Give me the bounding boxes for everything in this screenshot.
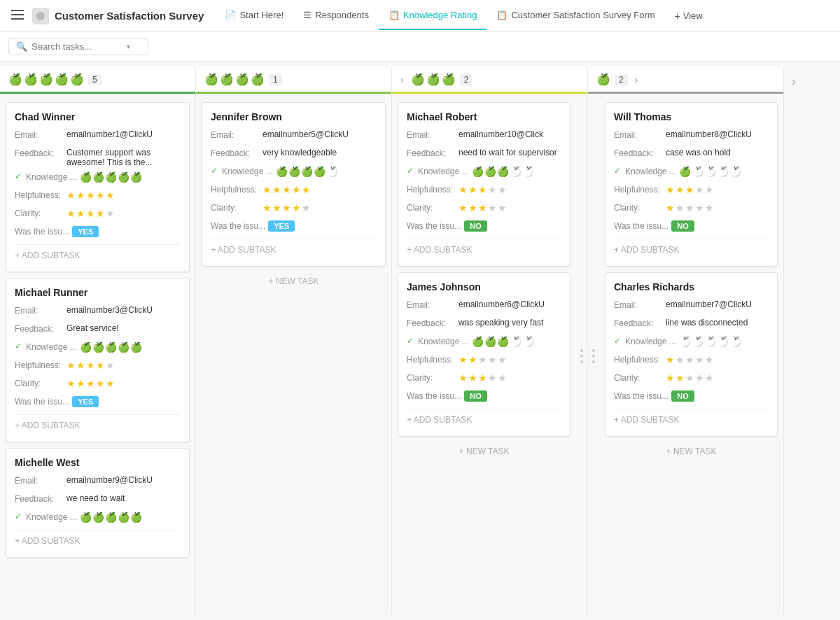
new-task-button[interactable]: + NEW TASK	[202, 272, 386, 290]
column-scroll-col2: Jennifer BrownEmail:emailnumber5@ClickUF…	[196, 97, 391, 616]
knowledge-field: ✓Knowledge ...🍏🍏🍏🍏🍏	[614, 336, 769, 350]
add-subtask-button[interactable]: + ADD SUBTASK	[15, 418, 181, 433]
issue-label: Was the issu...	[614, 220, 668, 231]
helpfulness-label: Helpfulness:	[211, 184, 260, 195]
email-field: Email:emailnumber1@ClickU	[15, 129, 181, 143]
email-field: Email:emailnumber3@ClickU	[15, 305, 181, 319]
column-count: 1	[269, 74, 282, 85]
email-field-value: emailnumber9@ClickU	[66, 475, 181, 485]
column-scroll-right[interactable]: ›	[635, 74, 638, 85]
app-icon	[32, 8, 49, 24]
card-name: James Johnson	[407, 281, 561, 293]
new-task-button[interactable]: + NEW TASK	[605, 442, 778, 460]
nav-tabs: 📄 Start Here! ☰ Respondents 📋 Knowledge …	[215, 1, 712, 30]
email-field-label: Email:	[15, 305, 64, 316]
feedback-field-label: Feedback:	[614, 148, 663, 158]
add-subtask-button[interactable]: + ADD SUBTASK	[407, 242, 561, 258]
helpfulness-field: Helpfulness:★★★★★	[614, 184, 769, 198]
feedback-field: Feedback:case was on hold	[614, 148, 769, 162]
add-subtask-button[interactable]: + ADD SUBTASK	[614, 412, 769, 428]
clarity-label: Clarity:	[614, 372, 663, 383]
search-box[interactable]: 🔍 ▾	[8, 38, 148, 55]
email-field-value: emailnumber5@ClickU	[262, 129, 377, 139]
knowledge-label: Knowledge ...	[26, 512, 77, 522]
knowledge-check: ✓	[407, 336, 414, 346]
feedback-field-label: Feedback:	[614, 318, 663, 328]
column-header-col2: 🍏🍏🍏🍏1	[196, 67, 391, 94]
card-name: Charles Richards	[614, 281, 769, 293]
column-col3: ›🍏🍏🍏2Michael RobertEmail:emailnumber10@C…	[392, 67, 588, 616]
add-subtask-button[interactable]: + ADD SUBTASK	[407, 412, 561, 428]
task-card: Charles RichardsEmail:emailnumber7@Click…	[605, 272, 778, 437]
email-field-label: Email:	[15, 129, 64, 140]
search-input[interactable]	[31, 41, 122, 52]
email-field-value: emailnumber10@Click	[458, 129, 561, 139]
clarity-field: Clarity:★★★★★	[15, 378, 181, 392]
knowledge-check: ✓	[15, 341, 22, 351]
feedback-field: Feedback:was speaking very fast	[407, 318, 561, 332]
helpfulness-stars: ★★★★★	[458, 184, 507, 195]
email-field-value: emailnumber7@ClickU	[666, 300, 769, 309]
column-scroll-col1: Chad WinnerEmail:emailnumber1@ClickUFeed…	[0, 97, 195, 616]
tab-respondents[interactable]: ☰ Respondents	[293, 1, 379, 30]
clarity-field: Clarity:★★★★★	[15, 208, 181, 222]
task-card: Michael RunnerEmail:emailnumber3@ClickUF…	[6, 278, 190, 442]
feedback-field-label: Feedback:	[15, 493, 64, 504]
email-field: Email:emailnumber8@ClickU	[614, 129, 769, 143]
tab-view[interactable]: + View	[665, 2, 713, 30]
knowledge-field: ✓Knowledge ...🍏🍏🍏🍏🍏	[15, 512, 181, 526]
add-subtask-button[interactable]: + ADD SUBTASK	[15, 248, 181, 263]
feedback-field: Feedback:Customer support was awesome! T…	[15, 148, 181, 167]
column-scroll-col4: Will ThomasEmail:emailnumber8@ClickUFeed…	[599, 97, 783, 616]
email-field-label: Email:	[614, 129, 663, 140]
chevron-down-icon: ▾	[127, 43, 130, 50]
new-task-button[interactable]: + NEW TASK	[398, 442, 570, 460]
knowledge-apples: 🍏🍏🍏🍏🍏	[679, 166, 741, 177]
helpfulness-field: Helpfulness:★★★★★	[407, 354, 561, 368]
task-card: Michael RobertEmail:emailnumber10@ClickF…	[398, 102, 570, 267]
column-header-apples: 🍏🍏🍏🍏	[204, 73, 265, 86]
helpfulness-stars: ★★★★★	[66, 190, 115, 201]
knowledge-apples: 🍏🍏🍏🍏🍏	[80, 512, 142, 523]
email-field: Email:emailnumber5@ClickU	[211, 129, 377, 143]
clarity-label: Clarity:	[407, 202, 456, 213]
email-field-value: emailnumber8@ClickU	[666, 129, 769, 139]
email-field: Email:emailnumber9@ClickU	[15, 475, 181, 489]
add-subtask-button[interactable]: + ADD SUBTASK	[15, 533, 181, 549]
issue-field: Was the issu...NO	[407, 220, 561, 234]
tab-form[interactable]: 📋 Customer Satisfaction Survey Form	[486, 1, 664, 30]
clarity-field: Clarity:★★★★★	[614, 202, 769, 216]
add-subtask-button[interactable]: + ADD SUBTASK	[614, 242, 769, 258]
tab-start[interactable]: 📄 Start Here!	[215, 1, 293, 30]
helpfulness-stars: ★★★★★	[666, 354, 714, 365]
board-scroll-right[interactable]: ›	[784, 67, 804, 616]
issue-label: Was the issu...	[15, 396, 69, 407]
column-col2: 🍏🍏🍏🍏1Jennifer BrownEmail:emailnumber5@Cl…	[196, 67, 392, 616]
app-container: Customer Satisfaction Survey 📄 Start Her…	[0, 0, 840, 620]
add-subtask-button[interactable]: + ADD SUBTASK	[211, 242, 377, 258]
helpfulness-label: Helpfulness:	[15, 190, 64, 200]
tab-knowledge[interactable]: 📋 Knowledge Rating	[379, 1, 487, 30]
knowledge-apples: 🍏🍏🍏🍏🍏	[80, 341, 142, 353]
email-field-label: Email:	[407, 300, 456, 310]
task-card: Will ThomasEmail:emailnumber8@ClickUFeed…	[605, 102, 778, 267]
knowledge-label: Knowledge ...	[625, 166, 676, 176]
issue-badge: NO	[464, 390, 487, 402]
task-card: Jennifer BrownEmail:emailnumber5@ClickUF…	[202, 102, 386, 267]
form-icon: 📋	[496, 10, 507, 20]
column-scroll-left[interactable]: ›	[400, 74, 404, 85]
helpfulness-stars: ★★★★★	[66, 360, 115, 371]
issue-field: Was the issu...YES	[15, 396, 181, 410]
issue-badge: YES	[72, 396, 99, 407]
issue-badge: NO	[464, 220, 487, 232]
column-header-apples: 🍏🍏🍏	[411, 73, 456, 86]
column-header-apples: 🍏	[596, 73, 610, 86]
respondents-icon: ☰	[303, 10, 312, 20]
email-field-label: Email:	[15, 475, 64, 486]
email-field-value: emailnumber6@ClickU	[458, 300, 561, 309]
menu-icon[interactable]	[8, 7, 27, 24]
column-header-col1: 🍏🍏🍏🍏🍏5	[0, 67, 195, 94]
knowledge-label: Knowledge ...	[625, 336, 676, 346]
issue-field: Was the issu...YES	[211, 220, 377, 234]
feedback-field-label: Feedback:	[211, 148, 260, 158]
